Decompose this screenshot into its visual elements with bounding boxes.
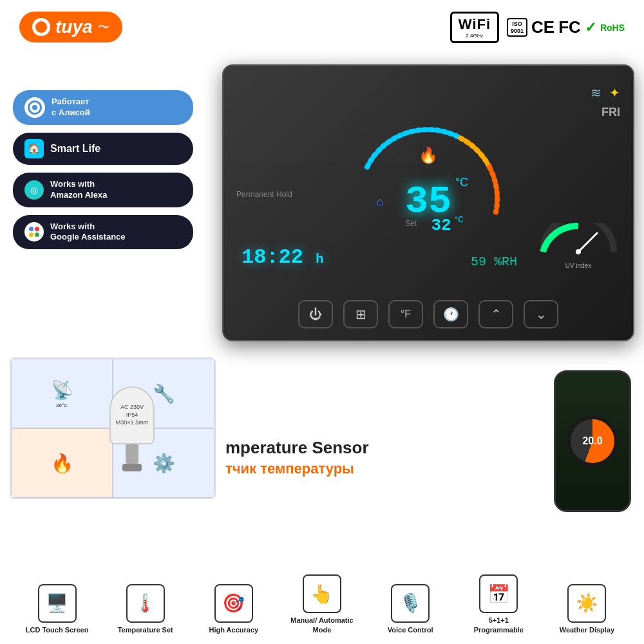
valve-icon: 🔧 xyxy=(153,383,175,404)
feature-voice-label: Voice Control xyxy=(388,625,433,634)
right-info: ≋ ✦ FRI xyxy=(591,85,620,119)
google-icon xyxy=(24,222,44,242)
svg-text:🔥: 🔥 xyxy=(419,146,438,164)
alexa-text: Works with Amazon Alexa xyxy=(50,179,107,201)
mode-icon: 👆 xyxy=(303,574,341,613)
tuya-logo: tuya 〜 xyxy=(19,12,122,43)
actuator-body: AC 230V IP54 M30×1.5mm xyxy=(109,386,155,444)
power-button[interactable]: ⏻ xyxy=(298,300,333,328)
menu-button[interactable]: ⊞ xyxy=(343,300,378,328)
feature-mode-label: Manual/ Automatic Mode xyxy=(287,616,357,634)
humidity-value: 59 xyxy=(471,254,486,269)
ce-cert: CE xyxy=(531,17,554,37)
day-label: FRI xyxy=(601,106,620,119)
product-subtitle: тчик температуры xyxy=(225,460,470,477)
feature-mode: 👆 Manual/ Automatic Mode xyxy=(287,574,357,634)
feature-accuracy: 🎯 High Accuracy xyxy=(198,584,269,634)
tuya-brand-name: tuya xyxy=(55,17,93,37)
alice-text: Работает с Алисой xyxy=(52,97,90,118)
phone-mockup: 20.0 xyxy=(554,370,631,512)
thermostat-panel: ≋ ✦ FRI Permanent Hold xyxy=(222,64,634,341)
feature-voice: 🎙️ Voice Control xyxy=(375,584,446,634)
iso-cert: ISO9001 xyxy=(507,18,527,37)
actuator-base xyxy=(122,464,142,471)
feature-lcd-label: LCD Touch Screen xyxy=(26,625,89,634)
uv-gauge-svg xyxy=(536,223,620,258)
svg-point-10 xyxy=(576,249,581,254)
actuator-image: AC 230V IP54 M30×1.5mm xyxy=(109,386,155,471)
google-badge: Works with Google Assistance xyxy=(13,215,193,250)
gdot-blue xyxy=(29,227,33,231)
svg-text:32: 32 xyxy=(431,216,451,235)
alice-icon xyxy=(24,97,45,118)
actuator-line3: M30×1.5mm xyxy=(116,419,148,427)
rohs-check-icon: ✓ xyxy=(585,19,596,36)
feature-accuracy-label: High Accuracy xyxy=(209,625,259,634)
floor-icon: 🔥 xyxy=(51,453,73,474)
lcd-icon: 🖥️ xyxy=(38,584,77,623)
up-button[interactable]: ⌃ xyxy=(478,300,513,328)
mode-button[interactable]: °F xyxy=(388,300,423,328)
thermostat-screen: ≋ ✦ FRI Permanent Hold xyxy=(223,66,633,340)
smart-life-label: Smart Life xyxy=(50,143,100,155)
down-button[interactable]: ⌄ xyxy=(524,300,558,328)
weather-icons: ≋ ✦ xyxy=(591,85,620,100)
phone-gauge: 20.0 xyxy=(567,415,618,467)
smart-life-icon: 🏠 xyxy=(24,139,44,158)
alice-badge: Работает с Алисой xyxy=(13,90,193,125)
wifi-badge: WiFi 2.4GHz xyxy=(450,12,499,43)
wifi-sub: 2.4GHz xyxy=(459,33,491,39)
feature-weather: ☀️ Weather Display xyxy=(551,584,622,634)
tuya-logo-dot-inner xyxy=(35,21,47,33)
cert-icons: ISO9001 CE FC ✓ RoHS xyxy=(507,17,625,37)
svg-text:Set: Set xyxy=(405,219,417,228)
gdot-red xyxy=(35,227,39,231)
alexa-badge: ◎ Works with Amazon Alexa xyxy=(13,173,193,207)
feature-temp-set-label: Temperature Set xyxy=(118,625,173,634)
schedule-button[interactable]: 🕐 xyxy=(433,300,468,328)
rohs-cert: RoHS xyxy=(600,23,625,33)
alice-ring xyxy=(28,100,42,115)
install-cell-remote: 📡 26°C xyxy=(11,359,113,428)
google-dots xyxy=(29,227,39,237)
sun-icon: ✦ xyxy=(609,85,620,100)
svg-line-9 xyxy=(578,232,598,252)
svg-text:⌂: ⌂ xyxy=(377,195,384,208)
uv-container: UV index xyxy=(536,223,620,269)
remote-icon: 📡 xyxy=(51,379,73,401)
feature-programmable: 📅 5+1+1 Programmable xyxy=(463,574,534,634)
product-text-overlay: mperature Sensor тчик температуры xyxy=(225,438,470,477)
alexa-icon: ◎ xyxy=(24,180,44,200)
tuya-wave-icon: 〜 xyxy=(98,19,109,35)
smart-life-badge: 🏠 Smart Life xyxy=(13,133,193,165)
control-buttons[interactable]: ⏻ ⊞ °F 🕐 ⌃ ⌄ xyxy=(298,300,558,328)
google-text: Works with Google Assistance xyxy=(50,222,126,243)
header: tuya 〜 WiFi 2.4GHz ISO9001 CE FC ✓ RoHS xyxy=(0,0,644,50)
uv-label: UV index xyxy=(536,262,620,269)
tuya-logo-dot xyxy=(32,18,50,36)
feature-lcd: 🖥️ LCD Touch Screen xyxy=(22,584,93,634)
actuator-line2: IP54 xyxy=(126,412,138,419)
feature-temp-set: 🌡️ Temperature Set xyxy=(110,584,181,634)
phone-temp-value: 20.0 xyxy=(582,435,602,447)
feature-weather-label: Weather Display xyxy=(560,625,614,634)
gdot-yellow xyxy=(29,232,33,237)
time-display: 18:22 h xyxy=(242,245,323,269)
svg-text:°C: °C xyxy=(455,215,464,224)
wind-icon: ≋ xyxy=(591,85,601,100)
time-value: 18:22 xyxy=(242,245,303,269)
humidity-display: 59 %RH xyxy=(471,254,517,269)
gdot-green xyxy=(35,232,39,237)
certifications: WiFi 2.4GHz ISO9001 CE FC ✓ RoHS xyxy=(450,12,625,43)
manifold-icon: ⚙️ xyxy=(153,453,175,474)
left-sidebar: Работает с Алисой 🏠 Smart Life ◎ Works w… xyxy=(13,90,193,249)
wifi-text: WiFi xyxy=(459,16,491,33)
accuracy-icon: 🎯 xyxy=(214,584,253,623)
features-row: 🖥️ LCD Touch Screen 🌡️ Temperature Set 🎯… xyxy=(0,574,644,634)
fc-cert: FC xyxy=(558,17,581,37)
feature-programmable-label: 5+1+1 Programmable xyxy=(463,616,534,634)
temp-set-icon: 🌡️ xyxy=(126,584,165,623)
permanent-hold-label: Permanent Hold xyxy=(236,190,292,199)
install-cell-floor: 🔥 xyxy=(11,428,113,498)
voice-icon: 🎙️ xyxy=(391,584,430,623)
